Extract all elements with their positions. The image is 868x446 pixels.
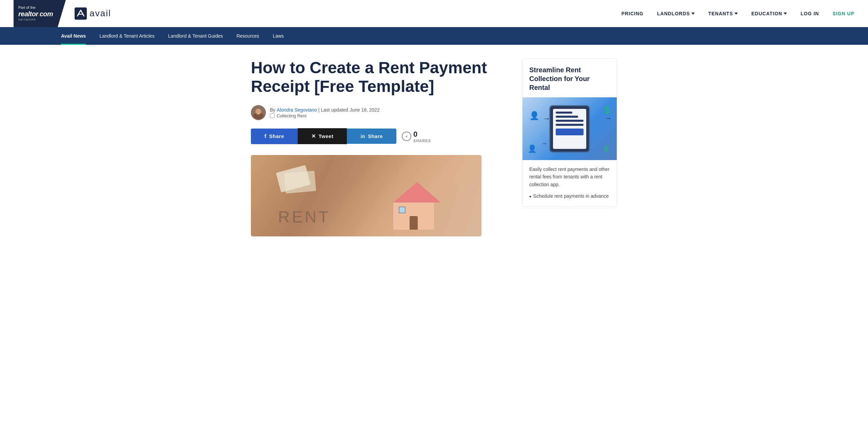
svg-rect-0 xyxy=(75,7,87,20)
twitter-x-icon: ✕ xyxy=(311,133,316,139)
sidebar-description: Easily collect rent payments and other r… xyxy=(529,166,610,188)
education-chevron-icon xyxy=(784,13,787,15)
shares-number-col: 0 SHARES xyxy=(413,130,431,143)
avail-wordmark: avail xyxy=(90,8,111,19)
tablet-line-cta xyxy=(556,129,584,135)
facebook-label: Share xyxy=(269,133,284,139)
author-tag-row: Collecting Rent xyxy=(270,113,380,118)
logo-area: Part of the realtor.com NETWORK avail xyxy=(14,0,111,27)
sub-nav: Avail News Landlord & Tenant Articles La… xyxy=(0,27,868,45)
person-icon-left: 👤 xyxy=(529,111,539,120)
realtor-dot: . xyxy=(38,10,40,18)
arrow-left-icon: → xyxy=(605,114,612,122)
tablet-line-3 xyxy=(556,120,584,122)
sidebar-bullet-list: Schedule rent payments in advance xyxy=(529,192,610,201)
facebook-icon: f xyxy=(264,133,267,139)
subnav-landlord-articles[interactable]: Landlord & Tenant Articles xyxy=(93,27,161,45)
tenants-chevron-icon xyxy=(734,13,738,15)
share-facebook-button[interactable]: f Share xyxy=(251,129,298,144)
nav-signup[interactable]: SIGN UP xyxy=(832,11,854,16)
shares-label: SHARES xyxy=(413,139,431,143)
share-row: f Share ✕ Tweet in Share < 0 SHARES xyxy=(251,128,502,144)
linkedin-icon: in xyxy=(360,134,365,139)
author-row: By Alondra Segoviano | Last updated June… xyxy=(251,105,502,120)
realtor-part-of: Part of the xyxy=(18,5,36,10)
landlords-chevron-icon xyxy=(691,13,695,15)
sidebar-bullet-item: Schedule rent payments in advance xyxy=(529,192,610,201)
tablet-line-1 xyxy=(556,112,572,114)
tablet-screen xyxy=(553,109,586,149)
nav-education[interactable]: EDUCATION xyxy=(751,11,787,16)
article-date: June 16, 2022 xyxy=(350,107,380,113)
sidebar-card-image: 👤 → $ → 👤 → $ xyxy=(522,97,617,160)
hero-image: RENT xyxy=(251,155,481,236)
tablet-line-4 xyxy=(556,124,584,126)
date-prefix: | Last updated xyxy=(318,107,348,113)
author-prefix: By xyxy=(270,107,275,113)
person-icon-bottom-left: 👤 xyxy=(528,144,537,153)
nav-landlords[interactable]: LANDLORDS xyxy=(657,11,695,16)
nav-pricing[interactable]: PRICING xyxy=(622,11,644,16)
sidebar-card-title: Streamline Rent Collection for Your Rent… xyxy=(522,59,617,97)
svg-point-4 xyxy=(256,109,261,115)
author-name[interactable]: Alondra Segoviano xyxy=(277,107,317,113)
tablet-line-2 xyxy=(556,116,578,118)
hero-image-content: RENT xyxy=(251,155,481,236)
author-meta: By Alondra Segoviano | Last updated June… xyxy=(270,107,380,118)
subnav-landlord-guides[interactable]: Landlord & Tenant Guides xyxy=(161,27,230,45)
house-body xyxy=(393,202,434,230)
arrow-bottom-right-icon: → xyxy=(541,140,547,147)
tablet-mockup xyxy=(549,105,590,153)
rent-hero-text: RENT xyxy=(278,208,331,226)
article-title: How to Create a Rent Payment Receipt [Fr… xyxy=(251,58,502,96)
share-twitter-button[interactable]: ✕ Tweet xyxy=(298,128,347,144)
dollar-icon-bottom: $ xyxy=(604,144,608,153)
bullet-text: Schedule rent payments in advance xyxy=(533,192,609,200)
nav-login[interactable]: LOG IN xyxy=(801,11,819,16)
twitter-label: Tweet xyxy=(319,133,334,139)
avail-icon xyxy=(75,7,87,20)
nav-links: PRICING LANDLORDS TENANTS EDUCATION LOG … xyxy=(622,11,854,16)
house-roof xyxy=(393,182,441,202)
shares-count: < 0 SHARES xyxy=(402,130,431,143)
collecting-rent-tag[interactable]: Collecting Rent xyxy=(277,113,307,118)
author-name-line: By Alondra Segoviano | Last updated June… xyxy=(270,107,380,113)
linkedin-label: Share xyxy=(368,133,383,139)
author-avatar xyxy=(251,105,266,120)
sidebar: Streamline Rent Collection for Your Rent… xyxy=(522,58,617,207)
article-area: How to Create a Rent Payment Receipt [Fr… xyxy=(251,58,502,236)
avatar-image xyxy=(251,105,266,120)
sidebar-card: Streamline Rent Collection for Your Rent… xyxy=(522,58,617,207)
share-linkedin-button[interactable]: in Share xyxy=(347,129,396,144)
realtor-network: NETWORK xyxy=(18,18,36,21)
tag-icon xyxy=(270,113,275,118)
house-door xyxy=(410,216,418,230)
subnav-resources[interactable]: Resources xyxy=(230,27,266,45)
sidebar-card-body: Easily collect rent payments and other r… xyxy=(522,160,617,207)
main-container: How to Create a Rent Payment Receipt [Fr… xyxy=(197,45,671,250)
subnav-laws[interactable]: Laws xyxy=(266,27,291,45)
house-decoration xyxy=(393,182,441,230)
dollar-icon-right: $ xyxy=(604,104,610,116)
top-nav: Part of the realtor.com NETWORK avail PR… xyxy=(0,0,868,27)
nav-tenants[interactable]: TENANTS xyxy=(708,11,738,16)
shares-number: 0 xyxy=(413,130,431,139)
subnav-avail-news[interactable]: Avail News xyxy=(54,27,93,45)
realtor-logo: Part of the realtor.com NETWORK xyxy=(14,0,58,27)
realtor-brand: realtor.com xyxy=(18,10,53,18)
house-window xyxy=(399,207,406,213)
share-count-icon: < xyxy=(402,132,411,141)
